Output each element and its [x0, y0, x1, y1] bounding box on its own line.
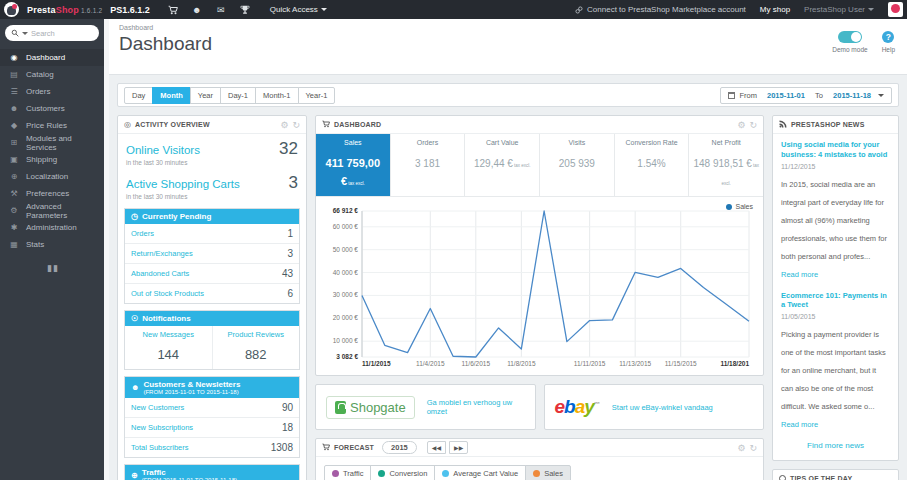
svg-text:30 000 €: 30 000 € — [333, 291, 359, 298]
kpi-sales-tab[interactable]: Sales411 759,00 €tax excl. — [316, 134, 391, 196]
sidebar-item-dashboard[interactable]: ◉Dashboard — [0, 49, 104, 66]
shop-name-link[interactable]: PS1.6.1.2 — [110, 5, 150, 15]
refresh-icon[interactable]: ↻ — [749, 120, 757, 130]
forecast-conversion-button[interactable]: Conversion — [370, 465, 435, 480]
marketplace-link[interactable]: Connect to PrestaShop Marketplace accoun… — [575, 5, 746, 14]
read-more-link[interactable]: Read more — [781, 270, 818, 279]
my-shop-link[interactable]: My shop — [760, 5, 790, 14]
cart-icon[interactable] — [168, 5, 178, 15]
sidebar-item-stats[interactable]: ▦Stats — [0, 236, 104, 253]
refresh-icon[interactable]: ↻ — [292, 120, 300, 130]
search-scope-caret[interactable] — [22, 32, 28, 35]
sidebar-item-administration[interactable]: ✱Administration — [0, 219, 104, 236]
sidebar-item-preferences[interactable]: ⚒Preferences — [0, 185, 104, 202]
table-row: New Customers90 — [125, 398, 299, 418]
read-more-link[interactable]: Read more — [781, 420, 818, 429]
out-of-stock-link[interactable]: Out of Stock Products — [131, 289, 204, 298]
rss-icon — [779, 120, 787, 130]
ebay-link[interactable]: Start uw eBay-winkel vandaag — [612, 403, 713, 412]
prestashop-logo-icon — [4, 2, 19, 17]
demo-mode-toggle[interactable]: Demo mode — [832, 31, 867, 53]
svg-text:11/18/201: 11/18/201 — [720, 360, 749, 367]
pending-orders-link[interactable]: Orders — [131, 229, 154, 238]
person-icon[interactable]: ☻ — [192, 5, 202, 15]
news-article: Using social media for your business: 4 … — [781, 140, 890, 281]
breadcrumb[interactable]: Dashboard — [119, 24, 897, 31]
book-icon: ▤ — [9, 70, 19, 79]
quick-access-menu[interactable]: Quick Access — [270, 5, 327, 14]
user-menu[interactable]: PrestaShop User — [804, 5, 874, 14]
sales-dot-icon — [533, 470, 540, 477]
article-title-link[interactable]: Using social media for your business: 4 … — [781, 140, 890, 160]
link-icon — [575, 6, 583, 14]
svg-text:11/1/2015: 11/1/2015 — [362, 360, 391, 367]
toggle-icon[interactable] — [838, 31, 862, 43]
sidebar-item-shipping[interactable]: ▣Shipping — [0, 151, 104, 168]
search-input[interactable] — [31, 29, 86, 38]
user-avatar[interactable] — [888, 2, 903, 17]
range-day-button[interactable]: Day — [124, 87, 153, 104]
sidebar-item-modules[interactable]: ⊞Modules and Services — [0, 134, 104, 151]
article-title-link[interactable]: Ecommerce 101: Payments in a Tweet — [781, 291, 890, 311]
range-month-button[interactable]: Month — [152, 87, 191, 104]
sidebar: ◉Dashboard ▤Catalog ☰Orders ☻Customers ◆… — [0, 19, 104, 480]
new-messages-cell: New Messages 144 — [125, 326, 213, 369]
forecast-avg-cart-button[interactable]: Average Cart Value — [434, 465, 526, 480]
next-year-button[interactable]: ▶▶ — [449, 441, 468, 454]
new-customers-link[interactable]: New Customers — [131, 403, 184, 412]
kpi-visits-tab[interactable]: Visits205 939 — [540, 134, 615, 196]
date-filter-bar: Day Month Year Day-1 Month-1 Year-1 From… — [117, 83, 899, 107]
product-reviews-link[interactable]: Product Reviews — [215, 330, 298, 339]
customers-newsletters-section: ☻Customers & Newsletters(FROM 2015-11-01… — [124, 376, 300, 458]
sidebar-item-advanced-parameters[interactable]: ⚙Advanced Parameters — [0, 202, 104, 219]
kpi-net-profit-tab[interactable]: Net Profit148 918,51 €tax excl. — [689, 134, 763, 196]
online-visitors-link[interactable]: Online Visitors — [126, 144, 200, 156]
active-carts-row: Active Shopping Carts 3 — [118, 168, 306, 193]
globe-icon: ⊕ — [9, 172, 19, 181]
envelope-icon[interactable]: ✉ — [216, 5, 226, 15]
sidebar-item-price-rules[interactable]: ◆Price Rules — [0, 117, 104, 134]
range-day-1-button[interactable]: Day-1 — [220, 87, 256, 104]
gear-icon[interactable]: ⚙ — [737, 443, 745, 453]
chart-legend[interactable]: Sales — [726, 203, 753, 210]
refresh-icon[interactable]: ↻ — [749, 443, 757, 453]
total-subscribers-link[interactable]: Total Subscribers — [131, 443, 189, 452]
gauge-icon: ◉ — [9, 53, 19, 62]
find-more-news-link[interactable]: Find more news — [781, 441, 890, 450]
shopping-bag-icon — [335, 401, 346, 414]
abandoned-carts-link[interactable]: Abandoned Carts — [131, 269, 189, 278]
range-year-button[interactable]: Year — [190, 87, 221, 104]
sidebar-search[interactable] — [5, 25, 99, 41]
gear-icon[interactable]: ⚙ — [737, 120, 745, 130]
ebay-banner[interactable]: ebay™ Start uw eBay-winkel vandaag — [544, 384, 765, 430]
kpi-cart-value-tab[interactable]: Cart Value129,44 €tax excl. — [465, 134, 540, 196]
new-messages-link[interactable]: New Messages — [127, 330, 210, 339]
previous-year-button[interactable]: ◀◀ — [427, 441, 446, 454]
module-icon: ⊞ — [9, 138, 19, 147]
sidebar-item-orders[interactable]: ☰Orders — [0, 83, 104, 100]
svg-text:66 912 €: 66 912 € — [333, 207, 359, 214]
gear-icon[interactable]: ⚙ — [280, 120, 288, 130]
kpi-conversion-tab[interactable]: Conversion Rate1.54% — [615, 134, 690, 196]
chart-icon: ▦ — [9, 240, 19, 249]
shopgate-banner[interactable]: Shopgate Ga mobiel en verhoog uw omzet — [315, 384, 536, 430]
online-visitors-value: 32 — [279, 139, 298, 159]
kpi-orders-tab[interactable]: Orders3 181 — [391, 134, 466, 196]
forecast-traffic-button[interactable]: Traffic — [324, 465, 371, 480]
new-subscriptions-link[interactable]: New Subscriptions — [131, 423, 193, 432]
shopgate-link[interactable]: Ga mobiel en verhoog uw omzet — [427, 398, 525, 416]
trophy-icon[interactable] — [240, 5, 250, 15]
help-button[interactable]: ? Help — [882, 31, 895, 53]
sidebar-item-catalog[interactable]: ▤Catalog — [0, 66, 104, 83]
group-icon: ☻ — [9, 104, 19, 113]
sidebar-item-customers[interactable]: ☻Customers — [0, 100, 104, 117]
truck-icon: ▣ — [9, 155, 19, 164]
sidebar-collapse-button[interactable]: ▮▮ — [47, 263, 57, 273]
sidebar-item-localization[interactable]: ⊕Localization — [0, 168, 104, 185]
active-carts-link[interactable]: Active Shopping Carts — [126, 178, 240, 190]
date-range-picker[interactable]: From 2015-11-01 To 2015-11-18 — [720, 87, 892, 104]
range-month-1-button[interactable]: Month-1 — [255, 87, 299, 104]
forecast-sales-button[interactable]: Sales — [525, 465, 571, 480]
range-year-1-button[interactable]: Year-1 — [298, 87, 336, 104]
pending-returns-link[interactable]: Return/Exchanges — [131, 249, 193, 258]
